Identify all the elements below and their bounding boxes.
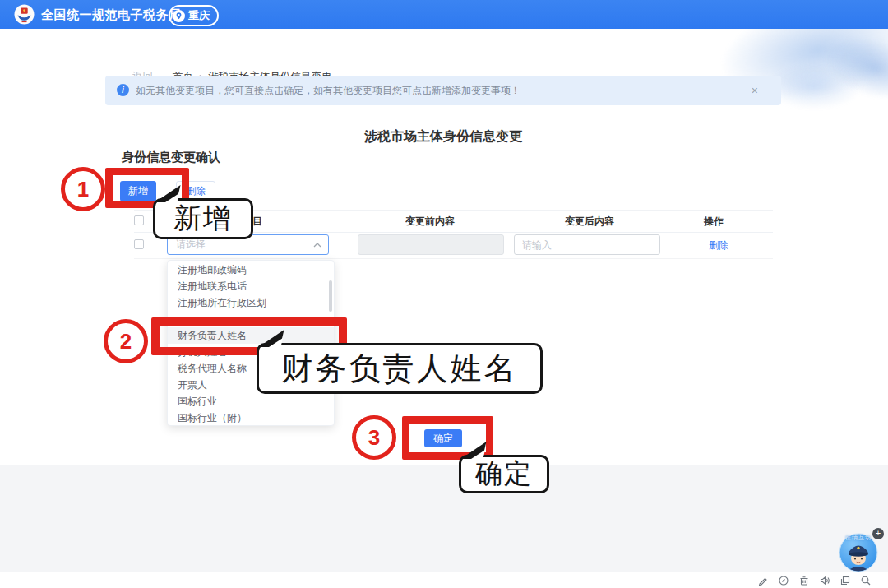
before-content-field: [358, 234, 504, 255]
dropdown-option[interactable]: 注册地联系电话: [168, 278, 334, 294]
dropdown-option[interactable]: 国标行业（附）: [168, 410, 334, 426]
close-icon[interactable]: ×: [752, 76, 758, 105]
section-title: 身份信息变更确认: [122, 150, 220, 165]
edit-pen-icon[interactable]: [757, 575, 769, 586]
step-2-badge: 2: [104, 319, 148, 363]
footer-area: [0, 465, 888, 572]
assistant-avatar[interactable]: 征纳互动: [839, 533, 878, 572]
trash-icon[interactable]: [798, 575, 810, 586]
location-badge[interactable]: 重庆: [169, 5, 219, 26]
dropdown-option[interactable]: 注册地所在行政区划: [168, 294, 334, 311]
tax-bureau-logo-icon: [14, 4, 35, 25]
row-delete-link[interactable]: 删除: [709, 238, 728, 252]
search-icon[interactable]: [860, 575, 872, 586]
step-2-callout: 财务负责人姓名: [257, 343, 543, 394]
page-title: 涉税市场主体身份信息变更: [105, 128, 781, 146]
step-3-callout: 确定: [459, 455, 549, 493]
bottom-toolbar: [0, 572, 888, 588]
notice-banner: i 如无其他变更项目，您可直接点击确定，如有其他变更项目您可点击新增添加变更事项…: [105, 76, 781, 105]
column-actions: 操作: [689, 211, 738, 232]
notice-text: 如无其他变更项目，您可直接点击确定，如有其他变更项目您可点击新增添加变更事项！: [136, 76, 520, 105]
column-before-content: 变更前内容: [360, 211, 500, 232]
chevron-up-icon: [313, 243, 321, 248]
dropdown-option[interactable]: 国标行业: [168, 393, 334, 410]
info-icon: i: [117, 84, 129, 96]
speaker-icon[interactable]: [819, 575, 830, 586]
location-label: 重庆: [188, 8, 210, 23]
dropdown-scrollbar[interactable]: [329, 280, 332, 312]
app-title: 全国统一规范电子税务局: [41, 0, 182, 29]
top-bar: 全国统一规范电子税务局 重庆: [0, 0, 888, 29]
compass-icon[interactable]: [778, 575, 789, 586]
step-3-badge: 3: [352, 415, 396, 460]
step-1-callout: 新增: [153, 198, 253, 239]
breadcrumb-bar: ← 返回 首页 › 涉税市场主体身份信息变更: [0, 29, 888, 66]
etax-change-page: 全国统一规范电子税务局 重庆 ← 返回 首页 › 涉税市场主体身份信息变更 i …: [0, 0, 888, 588]
column-after-content: 变更后内容: [520, 211, 659, 232]
select-all-checkbox[interactable]: [134, 215, 144, 225]
location-pin-icon: [173, 10, 185, 22]
dropdown-option[interactable]: 注册地邮政编码: [168, 262, 334, 278]
assistant-expand-icon[interactable]: +: [872, 528, 884, 539]
window-copy-icon[interactable]: [839, 575, 851, 586]
step-1-badge: 1: [61, 167, 105, 211]
select-placeholder: 请选择: [176, 238, 313, 252]
row-checkbox[interactable]: [134, 239, 144, 249]
after-content-field[interactable]: [514, 234, 660, 255]
